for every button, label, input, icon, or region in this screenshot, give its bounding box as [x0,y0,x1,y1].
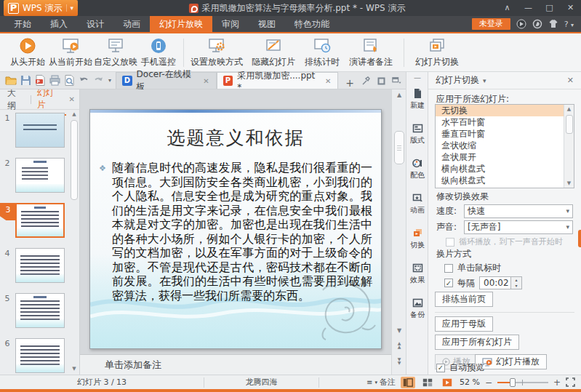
close-button[interactable]: ✕ [560,0,581,16]
normal-view-button[interactable] [401,377,415,388]
redo-icon[interactable] [92,74,105,87]
slideshow-play-button[interactable]: 幻灯片播放 [475,354,547,369]
undo-icon[interactable] [78,74,90,87]
feedback-icon[interactable] [516,19,526,29]
doc-tab-docer[interactable]: D Docer-在线模板 ✕ [116,72,217,89]
apply-to-all-button[interactable]: 应用于所有幻灯片 [435,335,519,350]
sound-select[interactable]: [无声音] ▾ [464,220,573,234]
phone-remote-button[interactable]: 手机遥控 [138,36,179,70]
slide-thumbnail-4[interactable] [15,248,65,283]
listbox-scrollbar[interactable]: ▲ ▼ [564,105,574,188]
slide-thumbnail-5[interactable] [15,293,65,328]
transition-option-none[interactable]: 无切换 [436,105,574,116]
apply-to-master-button[interactable]: 应用于母版 [435,316,493,332]
rehearse-timings-button[interactable]: 排练计时 [302,36,342,70]
transition-option[interactable]: 垂直百叶窗 [436,128,574,140]
zoom-slider[interactable] [497,377,548,388]
transition-option[interactable]: 盒状展开 [436,151,574,163]
auto-advance-time-input[interactable]: 00:02 [479,276,511,289]
qat-dropdown-icon[interactable]: ▾ [107,77,113,84]
save-icon[interactable] [20,74,32,87]
launcher-backup[interactable]: 备份 [406,297,428,320]
presenter-notes-button[interactable]: 演讲者备注 [342,36,399,70]
launcher-effect[interactable]: 效果 [406,263,428,285]
minimize-button[interactable]: — [518,0,539,16]
login-button[interactable]: 未登录 [472,18,510,30]
listbox-scrollbar-thumb[interactable] [566,115,573,134]
transition-option[interactable]: 横向棋盘式 [436,163,574,175]
loop-sound-checkbox[interactable] [446,238,454,247]
transition-option[interactable]: 纵向棋盘式 [436,175,574,186]
print-icon[interactable] [49,74,61,87]
next-slide-button[interactable]: ▼▼ [392,357,406,364]
launcher-color-scheme[interactable]: 配色 [406,158,428,180]
slide-body-block[interactable]: ❖ 随着信息时代的高速发展，隐私是我们很看重的一项信息。大到国防安全各类商业机密… [100,161,372,303]
tab-view[interactable]: 视图 [249,16,285,32]
notes-area[interactable]: 单击添加备注 [80,354,391,375]
scroll-up-icon[interactable]: ▲ [392,92,406,98]
launcher-transition[interactable]: 切换 [406,228,428,250]
slide-title[interactable]: 选题意义和依据 [90,126,381,150]
tab-review[interactable]: 审阅 [212,16,249,32]
skin-icon[interactable] [548,19,558,29]
tab-insert[interactable]: 插入 [41,16,77,32]
message-icon[interactable] [532,19,542,29]
scroll-down-icon[interactable]: ▼ [70,366,79,372]
app-menu-button[interactable]: P WPS 演示 ▾ [4,0,78,16]
slide-sorter-view-button[interactable] [420,377,435,388]
slide-thumbnail-3-selected[interactable] [15,203,65,238]
rehearse-current-button[interactable]: 排练当前页 [435,292,493,307]
from-current-button[interactable]: 从当前开始 [48,36,93,70]
main-scrollbar[interactable]: ▲ ▼ ▲▲ ▼▼ [391,89,406,375]
tab-animation[interactable]: 动画 [113,16,150,32]
tab-list-icon[interactable] [392,76,401,86]
doc-tab-presentation[interactable]: P 采用凯撒加密....ppt * ✕ [217,72,339,89]
slide-canvas[interactable]: 选题意义和依据 ❖ 随着信息时代的高速发展，隐私是我们很看重的一项信息。大到国防… [89,109,382,349]
zoom-in-button[interactable]: + [553,377,561,388]
maximize-button[interactable]: □ [539,0,560,16]
tab-slideshow[interactable]: 幻灯片放映 [150,16,212,32]
fit-to-window-icon[interactable] [566,377,575,387]
tab-design[interactable]: 设计 [77,16,113,32]
zoom-out-button[interactable]: − [485,377,492,388]
ribbon-collapse-button[interactable]: ∧ [497,0,518,16]
panel-collapse-handle[interactable] [578,230,581,247]
launcher-layout[interactable]: 版式 [406,123,428,145]
launcher-animation[interactable]: 动画 [406,193,428,215]
slideshow-view-button[interactable] [440,377,454,388]
scroll-down-icon[interactable]: ▼ [392,327,406,334]
slide-thumbnail-2[interactable] [15,158,65,193]
main-scrollbar-thumb[interactable] [394,131,404,164]
scroll-up-icon[interactable]: ▲ [70,111,79,117]
notes-toggle-button[interactable]: ≡▾ 备注 [366,377,396,388]
close-icon[interactable]: ✕ [567,76,574,85]
sidebar-scrollbar-thumb[interactable] [71,120,78,200]
tab-special-features[interactable]: 特色功能 [285,16,339,32]
speed-select[interactable]: 快速 ▾ [464,204,573,218]
from-beginning-button[interactable]: 从头开始 [7,36,48,70]
open-folder-icon[interactable] [5,74,17,87]
hide-slide-button[interactable]: 隐藏幻灯片 [245,36,302,70]
transition-option[interactable]: 水平百叶窗 [436,116,574,128]
chevron-down-icon[interactable]: ▾ [483,77,486,84]
new-tab-button[interactable]: + [338,77,361,89]
auto-advance-checkbox[interactable]: ✓ [444,279,453,287]
sidebar-scrollbar[interactable]: ▲ ▼ [70,111,79,372]
scroll-up-icon[interactable]: ▲ [564,106,574,112]
custom-show-button[interactable]: 自定义放映 [93,36,138,70]
tools-icon[interactable] [361,76,371,86]
hide-pane-button[interactable]: — [406,73,428,81]
close-tab-icon[interactable]: ✕ [202,77,209,85]
close-tab-icon[interactable]: ✕ [324,77,332,85]
launcher-new[interactable]: 新建 [406,88,428,111]
slide-thumbnail-6[interactable] [15,338,65,373]
tab-home[interactable]: 开始 [4,16,41,32]
scroll-down-icon[interactable]: ▼ [564,180,574,186]
outline-tab[interactable]: 大纲 [4,89,28,115]
spin-up-icon[interactable]: ▴ [511,277,521,283]
setup-show-button[interactable]: 设置放映方式 [188,36,245,70]
previous-slide-button[interactable]: ▲▲ [392,341,406,348]
auto-preview-checkbox[interactable]: ✓ [436,364,445,372]
zoom-slider-handle[interactable] [510,378,516,387]
transition-option[interactable]: 盒状收缩 [436,140,574,151]
